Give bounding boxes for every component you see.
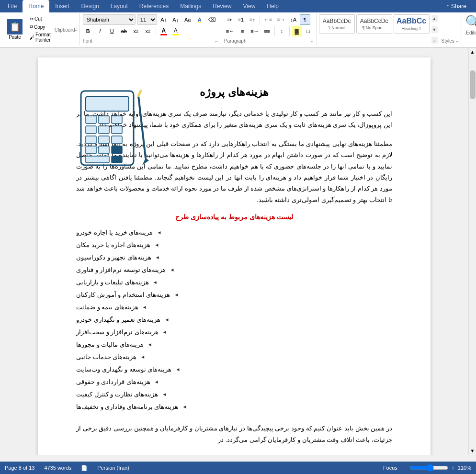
align-left-button[interactable]: ≡← (224, 26, 236, 36)
strikethrough-button[interactable]: ab (119, 26, 129, 36)
italic-button[interactable]: I (95, 26, 105, 36)
list-item: هزینه‌های بیمه و ضمانت (76, 301, 392, 314)
align-center-button[interactable]: ≡ (237, 26, 248, 36)
borders-button[interactable]: □ (303, 26, 314, 36)
scroll-thumb[interactable] (470, 70, 476, 99)
svg-rect-12 (99, 146, 109, 154)
text-effects-button[interactable]: A (194, 14, 205, 25)
styles-scroll-controls: ▲ ▼ ⌄ (431, 14, 439, 45)
styles-scroll-up[interactable]: ▲ (431, 15, 438, 22)
svg-rect-5 (86, 126, 96, 134)
svg-rect-7 (112, 126, 122, 134)
paragraph-row2: ≡← ≡ ≡→ ≡≡ ↕ ▓ □ (224, 26, 314, 36)
document-scroll[interactable]: هزینه‌های پروژه این کسب و کار نیز مانند … (0, 48, 468, 455)
paragraph-group-label: Paragraph (224, 38, 247, 44)
editing-icon[interactable]: 🔍 (465, 14, 476, 30)
clipboard-expand-icon[interactable]: ⌐ (75, 28, 78, 33)
bold-button[interactable]: B (83, 26, 93, 36)
font-color-icon: A (161, 27, 166, 34)
svg-rect-14 (86, 156, 109, 163)
subscript-button[interactable]: x2 (131, 26, 141, 36)
styles-more[interactable]: ⌄ (431, 37, 438, 44)
align-right-button[interactable]: ≡→ (249, 26, 261, 36)
svg-rect-3 (99, 116, 109, 124)
tab-layout[interactable]: Layout (105, 0, 134, 12)
scroll-up-arrow[interactable]: ▲ (469, 48, 476, 56)
cut-label: Cut (34, 16, 42, 22)
style-heading1-preview: AaBbCc (397, 17, 426, 25)
tab-help[interactable]: Help (261, 0, 284, 12)
show-marks-button[interactable]: ¶ (300, 14, 310, 25)
list-item-label: هزینه‌های استخدام و آموزش کارکنان (76, 289, 170, 301)
tab-review[interactable]: Review (207, 0, 237, 12)
font-row1: Shabnam 11 A↑ A↓ Aa A ⌫ (83, 14, 218, 25)
format-painter-button[interactable]: 🖌 Format Painter (28, 31, 53, 44)
zoom-controls: － ＋ 110% (402, 464, 471, 472)
decrease-font-button[interactable]: A↓ (170, 14, 181, 25)
style-no-spacing[interactable]: AaBbCcDc ¶ No Spac... (356, 14, 392, 34)
separator3 (274, 26, 275, 36)
share-icon: ↑ (446, 3, 449, 10)
paragraph-expand-icon[interactable]: ⌐ (311, 39, 313, 44)
list-item: هزینه‌های خرید یا اجاره خودرو (76, 226, 392, 239)
tab-insert[interactable]: Insert (49, 0, 75, 12)
list-item: هزینه‌های تبلیغات و بازاریابی (76, 276, 392, 289)
clear-format-button[interactable]: ⌫ (206, 14, 218, 25)
font-name-select[interactable]: Shabnam (83, 14, 136, 25)
line-spacing-button[interactable]: ↕ (277, 26, 287, 36)
tab-design[interactable]: Design (75, 0, 104, 12)
list-item: هزینه‌های برنامه‌های وفاداری و تخفیف‌ها (76, 401, 392, 413)
multilevel-button[interactable]: ≡↑ (247, 14, 258, 25)
highlight-color-button[interactable]: A (170, 26, 181, 36)
numbering-button[interactable]: ≡1 (236, 14, 246, 25)
bullets-button[interactable]: ≡• (224, 14, 235, 25)
clipboard-group-label: Clipboard (55, 27, 75, 33)
list-item-label: هزینه‌های تبلیغات و بازاریابی (76, 276, 149, 289)
styles-expand-icon[interactable]: ⌐ (456, 39, 459, 44)
paste-button[interactable]: 📋 Paste (4, 14, 26, 45)
list-item-label: هزینه‌های بیمه و ضمانت (76, 301, 138, 314)
font-expand-icon[interactable]: ⌐ (215, 39, 218, 44)
vertical-scrollbar[interactable]: ▲ ▼ (468, 48, 476, 455)
increase-font-button[interactable]: A↑ (159, 14, 169, 25)
cut-button[interactable]: ✂ Cut (28, 15, 53, 23)
decrease-indent-button[interactable]: ←≡ (262, 14, 274, 25)
font-size-select[interactable]: 11 (137, 14, 157, 25)
sort-button[interactable]: ↕A (288, 14, 299, 25)
focus-label[interactable]: Focus (383, 465, 397, 471)
tab-mailings[interactable]: Mailings (174, 0, 207, 12)
format-painter-icon: 🖌 (30, 35, 34, 40)
increase-indent-button[interactable]: ≡→ (275, 14, 287, 25)
font-color-button[interactable]: A (159, 26, 169, 36)
list-item: هزینه‌های توسعه و نگهداری وب‌سایت (76, 363, 392, 376)
style-normal-preview: AaBbCcDc (323, 18, 351, 24)
zoom-slider[interactable] (410, 464, 448, 472)
share-button[interactable]: ↑ Share (441, 1, 472, 11)
zoom-in-button[interactable]: ＋ (450, 464, 456, 472)
list-item-label: هزینه‌های برنامه‌های وفاداری و تخفیف‌ها (76, 401, 178, 413)
style-heading1-label: Heading 1 (402, 26, 421, 31)
svg-rect-1 (86, 97, 129, 111)
justify-button[interactable]: ≡≡ (262, 26, 272, 36)
superscript-button[interactable]: x2 (143, 26, 153, 36)
tab-home[interactable]: Home (23, 0, 49, 12)
tab-references[interactable]: References (134, 0, 174, 12)
style-nospace-preview: AaBbCcDc (360, 18, 388, 24)
list-item: هزینه‌های خدمات جانبی (76, 351, 392, 363)
zoom-out-button[interactable]: － (402, 464, 408, 472)
ribbon-body: 📋 Paste ✂ Cut ⧉ Copy 🖌 Format Painter Cl (0, 12, 476, 48)
change-case-button[interactable]: Aa (182, 14, 193, 25)
underline-button[interactable]: U (107, 26, 117, 36)
status-bar: Page 8 of 13 4735 words 📄 Persian (Iran)… (0, 462, 476, 474)
format-painter-label: Format Painter (35, 32, 51, 43)
tab-view[interactable]: View (238, 0, 261, 12)
scroll-down-arrow[interactable]: ▼ (469, 447, 476, 455)
copy-button[interactable]: ⧉ Copy (28, 23, 53, 31)
shading-button[interactable]: ▓ (292, 26, 302, 36)
style-heading1[interactable]: AaBbCc Heading 1 (394, 14, 430, 34)
list-item-label: هزینه‌های نظارت و کنترل کیفیت (76, 388, 158, 401)
tab-file[interactable]: File (2, 0, 23, 12)
svg-rect-10 (112, 136, 122, 144)
styles-scroll-down[interactable]: ▼ (431, 26, 438, 33)
style-normal[interactable]: AaBbCcDc 1 Normal (319, 14, 355, 34)
